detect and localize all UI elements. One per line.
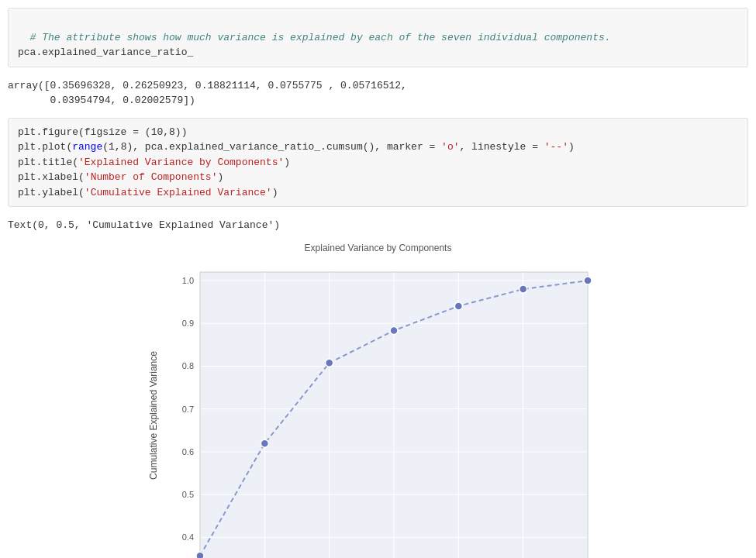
code-line-3: plt.xlabel('Number of Components')	[18, 170, 738, 185]
svg-point-31	[261, 439, 268, 447]
code-line-2: plt.title('Explained Variance by Compone…	[18, 155, 738, 170]
chart-area: 0.40.50.60.70.80.91.01234567Number of Co…	[146, 257, 611, 559]
chart-title: Explained Variance by Components	[146, 243, 611, 253]
svg-point-34	[454, 301, 462, 309]
chart-svg: 0.40.50.60.70.80.91.01234567Number of Co…	[146, 257, 611, 559]
code-line-4: plt.ylabel('Cumulative Explained Varianc…	[18, 185, 738, 201]
output2-text: Text(0, 0.5, 'Cumulative Explained Varia…	[8, 215, 748, 236]
svg-text:0.6: 0.6	[181, 446, 193, 456]
svg-point-30	[196, 552, 204, 558]
svg-text:0.7: 0.7	[181, 404, 193, 413]
chart-container: Explained Variance by Components 0.40.50…	[146, 243, 611, 559]
code2-block: plt.figure(figsize = (10,8))plt.plot(ran…	[8, 118, 748, 208]
svg-text:Cumulative Explained Variance: Cumulative Explained Variance	[148, 350, 159, 479]
svg-text:0.5: 0.5	[181, 490, 193, 499]
svg-text:0.4: 0.4	[181, 532, 193, 542]
code-line-1: plt.plot(range(1,8), pca.explained_varia…	[18, 140, 738, 155]
output1-text: array([0.35696328, 0.26250923, 0.1882111…	[8, 75, 748, 112]
svg-point-32	[325, 359, 333, 367]
svg-point-35	[519, 285, 526, 293]
svg-point-33	[390, 326, 398, 334]
code1-text: pca.explained_variance_ratio_	[18, 46, 193, 58]
svg-text:0.8: 0.8	[181, 361, 193, 370]
svg-text:1.0: 1.0	[181, 276, 193, 285]
comment-block: # The attribute shows how much variance …	[8, 8, 748, 67]
comment-text: # The attribute shows how much variance …	[30, 32, 611, 43]
svg-text:0.9: 0.9	[181, 319, 193, 328]
code-line-0: plt.figure(figsize = (10,8))	[18, 125, 738, 140]
svg-point-36	[584, 277, 592, 284]
